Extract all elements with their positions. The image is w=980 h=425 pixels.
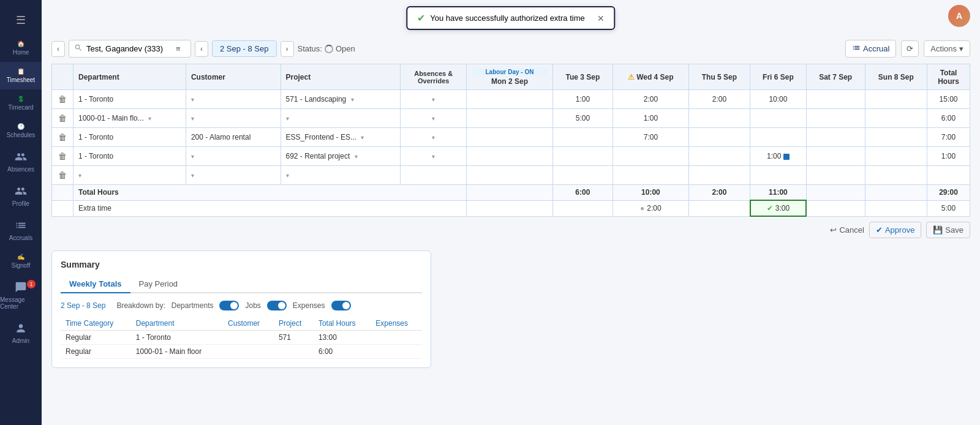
row1-absences[interactable]: ▾ xyxy=(401,90,467,109)
row3-sat[interactable] xyxy=(806,128,865,147)
row4-customer[interactable]: ▾ xyxy=(186,147,281,166)
col-project: Project xyxy=(281,64,401,90)
sidebar-item-timesheet[interactable]: 📋 Timesheet xyxy=(0,62,42,89)
row1-mon[interactable] xyxy=(467,90,552,109)
extra-fri[interactable]: ✔3:00 xyxy=(750,200,806,216)
search-input[interactable] xyxy=(86,44,172,53)
jobs-toggle[interactable] xyxy=(267,301,287,310)
sidebar-item-accruals[interactable]: Accruals xyxy=(0,213,42,247)
row4-sat[interactable] xyxy=(806,147,865,166)
extra-sat[interactable] xyxy=(806,200,865,216)
row5-tue[interactable] xyxy=(552,166,612,185)
sidebar-item-profile[interactable]: Profile xyxy=(0,179,42,213)
row5-project[interactable]: ▾ xyxy=(281,166,401,185)
row1-sat[interactable] xyxy=(806,90,865,109)
row5-absences[interactable] xyxy=(401,166,467,185)
row4-thu[interactable] xyxy=(688,147,750,166)
prev-period-button[interactable]: ‹ xyxy=(195,41,208,57)
row2-fri[interactable] xyxy=(750,109,806,128)
row4-mon[interactable] xyxy=(467,147,552,166)
row2-sun[interactable] xyxy=(865,109,927,128)
actions-button[interactable]: Actions ▾ xyxy=(924,40,970,57)
delete-row-5-button[interactable]: 🗑 xyxy=(57,169,68,181)
summary-row2-department: 1000-01 - Main floor xyxy=(131,345,223,359)
search-box[interactable]: ≡ xyxy=(69,40,191,58)
refresh-button[interactable]: ⟳ xyxy=(901,40,919,57)
sidebar-item-schedules[interactable]: 🕐 Schedules xyxy=(0,117,42,145)
departments-toggle[interactable] xyxy=(219,301,239,310)
row2-customer[interactable]: ▾ xyxy=(186,109,281,128)
row1-customer[interactable]: ▾ xyxy=(186,90,281,109)
col-sun: Sun 8 Sep xyxy=(865,64,927,90)
row1-sun[interactable] xyxy=(865,90,927,109)
expenses-toggle[interactable] xyxy=(331,301,351,310)
row2-thu[interactable] xyxy=(688,109,750,128)
hamburger-menu[interactable]: ☰ xyxy=(16,6,26,34)
accrual-button[interactable]: Accrual xyxy=(845,40,896,58)
delete-row-4-button[interactable]: 🗑 xyxy=(57,150,68,162)
sidebar-item-absences[interactable]: Absences xyxy=(0,145,42,179)
extra-thu[interactable] xyxy=(688,200,750,216)
toast-success-icon: ✔ xyxy=(417,12,425,24)
cancel-button[interactable]: ↩ Cancel xyxy=(830,225,864,235)
extra-sun[interactable] xyxy=(865,200,927,216)
row5-fri[interactable] xyxy=(750,166,806,185)
row2-project[interactable]: ▾ xyxy=(281,109,401,128)
col-absences: Absences &Overrides xyxy=(401,64,467,90)
summary-row2-category: Regular xyxy=(61,345,131,359)
extra-tue[interactable] xyxy=(552,200,612,216)
sidebar-item-timecard[interactable]: 💲 Timecard xyxy=(0,89,42,117)
row5-total xyxy=(927,166,970,185)
toast-close-button[interactable]: ✕ xyxy=(597,13,605,23)
row4-absences[interactable]: ▾ xyxy=(401,147,467,166)
row2-wed[interactable]: 1:00 xyxy=(613,109,689,128)
tab-weekly-totals[interactable]: Weekly Totals xyxy=(61,276,130,293)
sidebar-item-message-center[interactable]: 1 Message Center xyxy=(0,275,42,316)
row3-thu[interactable] xyxy=(688,128,750,147)
approve-button[interactable]: ✔ Approve xyxy=(869,222,921,238)
row2-absences[interactable]: ▾ xyxy=(401,109,467,128)
chevron-down-icon: ▾ xyxy=(191,115,194,122)
extra-mon[interactable] xyxy=(467,200,552,216)
row5-thu[interactable] xyxy=(688,166,750,185)
row5-sun[interactable] xyxy=(865,166,927,185)
row1-fri[interactable]: 10:00 xyxy=(750,90,806,109)
next-period-button[interactable]: › xyxy=(281,41,294,57)
avatar[interactable]: A xyxy=(948,5,970,27)
row4-fri[interactable]: 1:00 xyxy=(750,147,806,166)
row5-wed[interactable] xyxy=(613,166,689,185)
row1-thu[interactable]: 2:00 xyxy=(688,90,750,109)
table-row: 🗑 1 - Toronto ▾ 571 - Landscaping ▾ ▾ 1:… xyxy=(52,90,970,109)
row3-sun[interactable] xyxy=(865,128,927,147)
delete-row-2-button[interactable]: 🗑 xyxy=(57,112,68,124)
back-button[interactable]: ‹ xyxy=(51,41,65,57)
row1-tue[interactable]: 1:00 xyxy=(552,90,612,109)
row5-mon[interactable] xyxy=(467,166,552,185)
extra-wed[interactable]: ●2:00 xyxy=(613,200,689,216)
row3-mon[interactable] xyxy=(467,128,552,147)
row4-tue[interactable] xyxy=(552,147,612,166)
save-button[interactable]: 💾 Save xyxy=(926,222,970,238)
row5-department[interactable]: ▾ xyxy=(74,166,186,185)
sidebar-item-signoff[interactable]: ✍️ Signoff xyxy=(0,247,42,275)
row3-absences[interactable]: ▾ xyxy=(401,128,467,147)
row5-sat[interactable] xyxy=(806,166,865,185)
row2-sat[interactable] xyxy=(806,109,865,128)
delete-row-1-button[interactable]: 🗑 xyxy=(57,93,68,105)
sidebar-item-home[interactable]: 🏠 Home xyxy=(0,34,42,62)
row4-wed[interactable] xyxy=(613,147,689,166)
row5-customer[interactable]: ▾ xyxy=(186,166,281,185)
summary-col-total: Total Hours xyxy=(314,317,371,331)
row3-fri[interactable] xyxy=(750,128,806,147)
row3-tue[interactable] xyxy=(552,128,612,147)
row2-tue[interactable]: 5:00 xyxy=(552,109,612,128)
row4-sun[interactable] xyxy=(865,147,927,166)
row3-wed[interactable]: 7:00 xyxy=(613,128,689,147)
delete-row-3-button[interactable]: 🗑 xyxy=(57,131,68,143)
tab-pay-period[interactable]: Pay Period xyxy=(130,276,187,293)
filter-icon[interactable]: ≡ xyxy=(176,44,181,53)
sidebar-item-admin[interactable]: Admin xyxy=(0,316,42,350)
row2-mon[interactable] xyxy=(467,109,552,128)
col-thu: Thu 5 Sep xyxy=(688,64,750,90)
row1-wed[interactable]: 2:00 xyxy=(613,90,689,109)
